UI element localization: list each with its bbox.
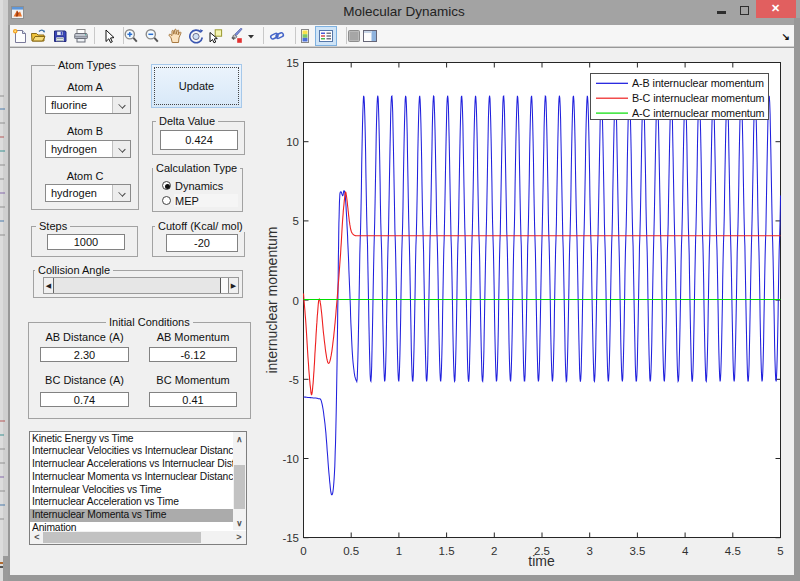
svg-text:internuclear momentum: internuclear momentum: [264, 226, 280, 373]
svg-text:A-B internuclear momentum: A-B internuclear momentum: [632, 77, 764, 89]
svg-text:2: 2: [491, 545, 497, 557]
svg-text:5: 5: [777, 545, 783, 557]
svg-text:1.5: 1.5: [439, 545, 455, 557]
svg-text:-10: -10: [282, 453, 299, 465]
svg-text:3.5: 3.5: [629, 545, 645, 557]
svg-text:4.5: 4.5: [725, 545, 741, 557]
svg-text:5: 5: [293, 215, 299, 227]
svg-text:time: time: [528, 553, 555, 569]
svg-text:B-C internuclear momentum: B-C internuclear momentum: [632, 92, 765, 104]
svg-text:0.5: 0.5: [343, 545, 359, 557]
svg-text:15: 15: [286, 57, 299, 69]
svg-text:1: 1: [396, 545, 402, 557]
svg-text:A-C internuclear momentum: A-C internuclear momentum: [632, 107, 765, 119]
svg-text:3: 3: [586, 545, 592, 557]
svg-text:-5: -5: [289, 374, 299, 386]
svg-text:0: 0: [293, 295, 299, 307]
svg-text:4: 4: [682, 545, 689, 557]
svg-text:10: 10: [286, 136, 299, 148]
svg-text:0: 0: [300, 545, 306, 557]
svg-text:-15: -15: [282, 532, 299, 544]
